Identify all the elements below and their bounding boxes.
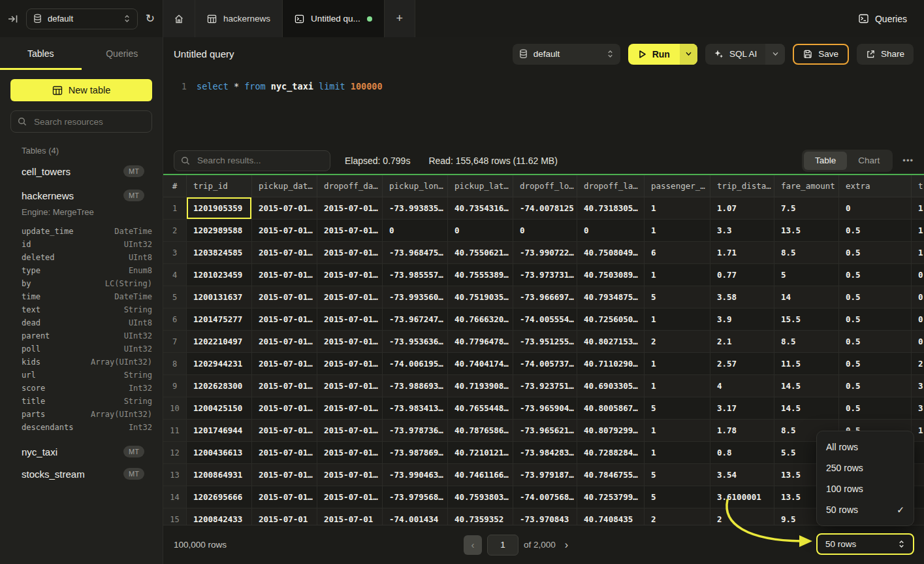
cell[interactable]: 11.5 [774, 353, 839, 375]
cell[interactable]: 0 [577, 220, 645, 242]
cell[interactable]: 40.7253799… [577, 486, 645, 508]
cell[interactable]: 40.7796478… [448, 331, 513, 353]
cell[interactable]: 0 [513, 220, 577, 242]
cell[interactable]: 40.7550621… [448, 242, 513, 264]
cell[interactable]: 2015-07-01 [317, 508, 383, 525]
cell[interactable]: -73.953636… [383, 331, 448, 353]
row-number[interactable]: 7 [163, 331, 187, 353]
cell[interactable]: 0 [383, 220, 448, 242]
cell[interactable]: 3.3 [710, 220, 774, 242]
sidebar-tab-queries[interactable]: Queries [82, 37, 163, 70]
cell[interactable]: 1201023459 [187, 264, 252, 286]
cell[interactable]: 1201475277 [187, 308, 252, 331]
cell[interactable]: 2 [645, 331, 710, 353]
cell[interactable]: 3.9 [710, 308, 774, 331]
cell[interactable]: 2015-07-01… [317, 242, 383, 264]
cell[interactable]: 1202989588 [187, 220, 252, 242]
cell[interactable]: 0.5 [839, 308, 912, 331]
cell[interactable]: 2015-07-01… [317, 331, 383, 353]
cell[interactable]: 1 [912, 197, 924, 220]
cell[interactable]: 4 [710, 375, 774, 397]
collapse-sidebar-icon[interactable] [8, 14, 18, 24]
column-header[interactable]: extra [839, 175, 912, 197]
column-header[interactable]: dropoff_da… [317, 175, 383, 197]
cell[interactable]: 1 [645, 420, 710, 442]
next-page-button[interactable]: › [561, 539, 572, 551]
column-row[interactable]: timeDateTime [22, 290, 152, 303]
column-header[interactable]: pickup_lat… [448, 175, 513, 197]
sql-editor[interactable]: 1 select * from nyc_taxi limit 100000 [163, 71, 924, 147]
cell[interactable]: 1 [645, 197, 710, 220]
sidebar-item-hackernews[interactable]: hackernews MT [22, 190, 144, 201]
column-header[interactable]: # [163, 175, 187, 197]
cell[interactable]: -73.985557… [383, 264, 448, 286]
cell[interactable]: 0 [839, 197, 912, 220]
dropdown-item[interactable]: 250 rows [817, 457, 914, 478]
cell[interactable]: 0 [912, 331, 924, 353]
cell[interactable]: 40.7110290… [577, 353, 645, 375]
cell[interactable]: -73.965904… [513, 397, 577, 420]
cell[interactable]: 40.7193908… [448, 375, 513, 397]
cell[interactable]: 6 [645, 242, 710, 264]
cell[interactable]: 0.5 [839, 331, 912, 353]
row-number[interactable]: 1 [163, 197, 187, 220]
search-resources-input[interactable] [33, 116, 145, 127]
cell[interactable]: 7.5 [774, 197, 839, 220]
cell[interactable]: 1 [645, 264, 710, 286]
cell[interactable]: -73.984283… [513, 442, 577, 464]
cell[interactable]: 40.8005867… [577, 397, 645, 420]
column-header[interactable]: passenger_… [645, 175, 710, 197]
cell[interactable]: -74.005554… [513, 308, 577, 331]
run-options-button[interactable] [680, 44, 697, 65]
cell[interactable]: 40.7593803… [448, 486, 513, 508]
cell[interactable]: 2015-07-01… [252, 375, 317, 397]
cell[interactable]: -74.007568… [513, 486, 577, 508]
cell[interactable]: 0 [912, 308, 924, 331]
cell[interactable]: 5 [645, 464, 710, 486]
cell[interactable]: 1 [912, 220, 924, 242]
column-row[interactable]: descendantsInt32 [22, 421, 152, 434]
rows-per-page-select[interactable]: 50 rows [816, 533, 914, 555]
cell[interactable]: 2015-07-01… [317, 375, 383, 397]
column-row[interactable]: deadUInt8 [22, 316, 152, 329]
row-number[interactable]: 5 [163, 286, 187, 308]
cell[interactable]: 2 [645, 508, 710, 525]
cell[interactable]: 2015-07-01… [317, 464, 383, 486]
column-row[interactable]: kidsArray(UInt32) [22, 356, 152, 369]
cell[interactable]: 1200842433 [187, 508, 252, 525]
cell[interactable]: 40.7404174… [448, 353, 513, 375]
cell[interactable]: 2015-07-01… [252, 464, 317, 486]
cell[interactable]: 1201905359 [187, 197, 252, 220]
tab-home[interactable] [163, 0, 195, 37]
cell[interactable]: 0.5 [839, 286, 912, 308]
cell[interactable]: 0 [448, 220, 513, 242]
cell[interactable]: 40.7288284… [577, 442, 645, 464]
cell[interactable]: 5 [645, 397, 710, 420]
cell[interactable]: 0.5 [839, 242, 912, 264]
cell[interactable]: -73.968475… [383, 242, 448, 264]
cell[interactable]: 2015-07-01… [317, 197, 383, 220]
cell[interactable]: 1 [645, 220, 710, 242]
cell[interactable]: 2015-07-01… [317, 264, 383, 286]
cell[interactable]: 3.17 [710, 397, 774, 420]
save-button[interactable]: Save [793, 44, 849, 65]
sidebar-item-stocks-stream[interactable]: stocks_stream MT [22, 468, 144, 480]
cell[interactable]: 2015-07-01… [252, 197, 317, 220]
cell[interactable]: -74.0078125 [513, 197, 577, 220]
column-row[interactable]: textString [22, 303, 152, 316]
cell[interactable]: 3 [912, 375, 924, 397]
sql-ai-options-button[interactable] [765, 44, 785, 65]
column-row[interactable]: parentUInt32 [22, 329, 152, 342]
cell[interactable]: 1202210497 [187, 331, 252, 353]
cell[interactable]: 2015-07-01… [252, 308, 317, 331]
cell[interactable]: 0.5 [839, 397, 912, 420]
cell[interactable]: 15.5 [774, 308, 839, 331]
run-button[interactable]: Run [628, 44, 680, 65]
cell[interactable]: 2015-07-01… [252, 286, 317, 308]
cell[interactable]: 2015-07-01… [317, 420, 383, 442]
cell[interactable]: 40.7655448… [448, 397, 513, 420]
column-header[interactable]: dropoff_lo… [513, 175, 577, 197]
cell[interactable]: 0.5 [839, 264, 912, 286]
share-button[interactable]: Share [857, 44, 914, 65]
cell[interactable]: 2015-07-01… [317, 353, 383, 375]
